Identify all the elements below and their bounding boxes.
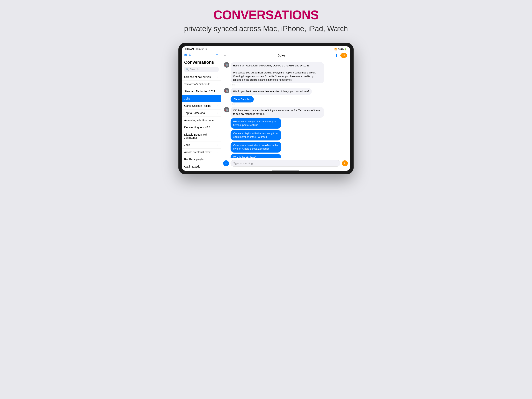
chat-area: ··· Joke ⬆ 25 🤖 Hello, I am RoboGuru, po…	[221, 51, 350, 171]
sidebar-toolbar: ⊞ ⚙ ✏	[182, 51, 221, 58]
sidebar-item-1[interactable]: Science of ball curves›	[182, 73, 221, 81]
new-chat-icon[interactable]: ✏	[216, 53, 218, 57]
bot-message-samples-prompt: 🤖 Would you like to see some free sample…	[224, 88, 347, 105]
sample-arnold-tweet[interactable]: Compose a tweet about breakfast in the s…	[231, 142, 281, 152]
sidebar-item-label: Disable Button with JavaScript	[184, 133, 217, 139]
chevron-icon: ›	[217, 144, 218, 146]
bot-row-intro: 🤖 Hello, I am RoboGuru, powered by OpenA…	[224, 62, 324, 83]
ipad-screen: 9:06 AM Thu Jun 22 📶 100% 🔋 ⊞ ⚙ ✏ Conver	[182, 46, 350, 171]
bot-bubble-samples-prompt: Would you like to see some free samples …	[231, 88, 312, 95]
chat-messages: 🤖 Hello, I am RoboGuru, powered by OpenA…	[221, 60, 350, 158]
chat-title: Joke	[278, 54, 285, 58]
battery-icon: 100% 🔋	[338, 48, 347, 51]
sidebar-item-label: Animating a button press	[184, 119, 214, 122]
search-icon: 🔍	[186, 68, 189, 71]
bot-bubble-samples-list: OK, here are some samples of things you …	[231, 107, 324, 117]
sidebar-item-10[interactable]: Joke›	[182, 142, 221, 149]
search-placeholder: Search	[190, 68, 198, 71]
chevron-icon: ›	[217, 135, 218, 138]
sidebar: ⊞ ⚙ ✏ Conversations 🔍 Search Science of …	[182, 51, 221, 171]
bot-message-intro: 🤖 Hello, I am RoboGuru, powered by OpenA…	[224, 62, 347, 86]
sample-sky-blue[interactable]: Why is the sky blue?	[231, 154, 281, 158]
chevron-icon: ›	[217, 76, 218, 78]
sidebar-item-13[interactable]: Cat in tuxedo›	[182, 163, 221, 170]
free-label-intro: Free	[224, 84, 235, 86]
sidebar-item-label: Tomorrow's Schedule	[184, 83, 210, 86]
bot-avatar: 🤖	[224, 62, 229, 68]
chevron-icon: ›	[217, 83, 218, 85]
sidebar-item-7[interactable]: Animating a button press›	[182, 117, 221, 124]
sidebar-item-label: Garlic Chicken Recipe	[184, 104, 211, 107]
sidebar-item-label: Denver Nuggets NBA	[184, 126, 210, 129]
free-label-samples: Free	[224, 103, 235, 105]
chevron-icon: ›	[217, 112, 218, 114]
more-icon[interactable]: ···	[224, 54, 228, 57]
chevron-icon: ›	[217, 158, 218, 161]
bot-row-samples-prompt: 🤖 Would you like to see some free sample…	[224, 88, 312, 95]
home-indicator	[272, 170, 299, 170]
status-time: 9:06 AM Thu Jun 22	[185, 48, 207, 51]
sidebar-item-label: Trip to Barcelona	[184, 111, 205, 115]
bot-avatar-list: 🤖	[224, 107, 229, 112]
status-bar: 9:06 AM Thu Jun 22 📶 100% 🔋	[182, 46, 350, 51]
sidebar-item-12[interactable]: Rat Pack playlist›	[182, 156, 221, 163]
sidebar-toggle-icon[interactable]: ⊞	[184, 53, 187, 57]
bot-bubble-intro: Hello, I am RoboGuru, powered by OpenAI'…	[231, 62, 324, 83]
gear-icon[interactable]: ⚙	[189, 53, 191, 57]
wifi-icon: 📶	[334, 48, 337, 51]
sidebar-item-label: Joke	[184, 97, 190, 100]
bot-message-samples-list: 🤖 OK, here are some samples of things yo…	[224, 107, 347, 158]
credits-badge[interactable]: 25	[340, 53, 347, 58]
sidebar-item-11[interactable]: Arnold breakfast tweet›	[182, 149, 221, 156]
ipad-shell: 9:06 AM Thu Jun 22 📶 100% 🔋 ⊞ ⚙ ✏ Conver	[178, 43, 354, 174]
sidebar-item-3[interactable]: Standard Deduction 2022›	[182, 88, 221, 95]
chat-header: ··· Joke ⬆ 25	[221, 51, 350, 60]
sidebar-item-9[interactable]: Disable Button with JavaScript›	[182, 131, 221, 142]
share-icon[interactable]: ⬆	[335, 53, 338, 58]
chat-input-area: + Type something... 🎙	[221, 158, 350, 168]
sidebar-item-label: Joke	[184, 143, 190, 147]
sidebar-toolbar-left: ⊞ ⚙	[184, 53, 191, 57]
app-content: ⊞ ⚙ ✏ Conversations 🔍 Search Science of …	[182, 51, 350, 171]
conversation-list: Science of ball curves›Tomorrow's Schedu…	[182, 73, 221, 171]
show-samples-button[interactable]: Show Samples	[231, 96, 254, 103]
chevron-icon: ›	[217, 151, 218, 154]
chevron-icon: ›	[217, 104, 218, 107]
sidebar-item-5[interactable]: Garlic Chicken Recipe›	[182, 102, 221, 109]
sidebar-item-label: Standard Deduction 2022	[184, 90, 215, 93]
sidebar-item-14[interactable]: Talking about something else›	[182, 170, 221, 171]
sidebar-item-label: Arnold breakfast tweet	[184, 151, 211, 154]
page-title: CONVERSATIONS	[213, 8, 319, 22]
sidebar-title: Conversations	[182, 58, 221, 66]
status-right-icons: 📶 100% 🔋	[334, 48, 347, 51]
sample-rat-pack[interactable]: Create a playlist with the best song fro…	[231, 130, 281, 141]
sidebar-item-label: Science of ball curves	[184, 75, 211, 78]
search-bar[interactable]: 🔍 Search	[184, 67, 219, 72]
sidebar-item-label: Rat Pack playlist	[184, 158, 204, 161]
chat-header-right: ⬆ 25	[335, 53, 347, 58]
bot-avatar-samples: 🤖	[224, 88, 229, 93]
sidebar-item-8[interactable]: Denver Nuggets NBA›	[182, 124, 221, 131]
sidebar-item-label: Cat in tuxedo	[184, 165, 200, 168]
bot-row-samples-list: 🤖 OK, here are some samples of things yo…	[224, 107, 324, 117]
add-button[interactable]: +	[223, 160, 229, 166]
chevron-icon: ›	[217, 119, 218, 122]
sample-buttons: Generate an image of a cat wearing a tux…	[224, 118, 281, 158]
mic-button[interactable]: 🎙	[342, 160, 348, 166]
sidebar-item-4[interactable]: Joke›	[182, 95, 221, 102]
chevron-icon: ›	[217, 90, 218, 93]
sidebar-item-6[interactable]: Trip to Barcelona›	[182, 109, 221, 117]
sample-cat-tuxedo[interactable]: Generate an image of a cat wearing a tux…	[231, 118, 281, 129]
page-subtitle: privately synced across Mac, iPhone, iPa…	[184, 25, 348, 33]
ipad-side-button	[354, 78, 355, 90]
chevron-icon: ›	[217, 126, 218, 129]
chevron-icon: ›	[217, 165, 218, 168]
sidebar-item-2[interactable]: Tomorrow's Schedule›	[182, 81, 221, 88]
chevron-icon: ›	[217, 97, 218, 100]
chat-input[interactable]: Type something...	[231, 160, 340, 167]
